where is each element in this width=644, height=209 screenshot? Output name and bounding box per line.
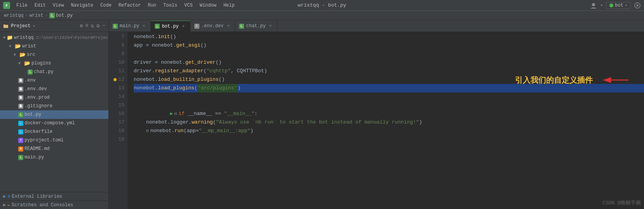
project-header: Project ▾ ⊕ ≡ ⇅ ⚙ −	[0, 20, 108, 32]
code-line-10: driver = nonebot.get_driver()	[134, 58, 644, 67]
tree-chat-py[interactable]: 🐍 chat.py	[0, 68, 108, 76]
wrist-label: wrist	[22, 44, 36, 49]
menu-view[interactable]: View	[50, 2, 67, 9]
tree-env-prod[interactable]: 📄 .env.prod	[0, 93, 108, 102]
menu-refactor[interactable]: Refactor	[115, 2, 144, 9]
tree-bot-py[interactable]: 🐍 bot.py	[0, 110, 108, 119]
tab-env-dev[interactable]: E .env.dev ×	[190, 21, 236, 31]
ln-16: 16	[109, 110, 124, 118]
sync-icon[interactable]: ⊕	[80, 23, 83, 29]
project-tree: ▼ 📁 wristqq C:\Users\16204\PycharmProjec…	[0, 32, 108, 192]
readme-icon: M	[18, 146, 23, 152]
sep2: ›	[45, 13, 48, 18]
menu-code[interactable]: Code	[97, 2, 115, 9]
dockerfile-icon: 🐳	[18, 129, 23, 134]
project-dropdown-arrow[interactable]: ▾	[33, 24, 35, 28]
tree-gitignore[interactable]: 📄 .gitignore	[0, 102, 108, 110]
fold-btn[interactable]: ⊟	[175, 110, 177, 118]
docker-compose-icon: 🐳	[18, 121, 23, 126]
ln-9: 9	[109, 50, 124, 58]
breadcrumb-root[interactable]: wristqq	[4, 13, 23, 18]
env-dev-label: .env.dev	[24, 86, 47, 92]
tree-src[interactable]: ▼ 📂 src	[0, 51, 108, 59]
tab-main-py[interactable]: 🐍 main.py ×	[109, 21, 151, 31]
minimize-icon[interactable]: −	[102, 23, 105, 29]
code-content[interactable]: nonebot.init() app = nonebot.get_asgi() …	[127, 32, 644, 209]
tree-plugins[interactable]: ▼ 📂 plugins	[0, 59, 108, 68]
external-libraries[interactable]: ▶ ≡ External Libraries	[0, 192, 108, 200]
ln-17: 17	[109, 118, 124, 127]
tree-main-py[interactable]: 🐍 main.py	[0, 153, 108, 162]
gear-icon[interactable]: ⚙	[96, 23, 99, 29]
editor-area: 🐍 main.py × 🐍 bot.py × E .env.dev × 🐍 ch…	[109, 20, 644, 209]
menu-navigate[interactable]: Navigate	[68, 2, 96, 9]
gitignore-label: .gitignore	[24, 103, 52, 109]
dropdown-user[interactable]: ▾	[600, 3, 603, 8]
scratches-expand: ▶	[3, 202, 6, 208]
expand-plugins: ▼	[18, 61, 23, 66]
ln-14: 14	[109, 92, 124, 101]
sep1: ›	[25, 13, 28, 18]
scratches-consoles[interactable]: ▶ ✏ Scratches and Consoles	[0, 200, 108, 209]
menu-window[interactable]: Window	[197, 2, 220, 9]
tab-env-close[interactable]: ×	[225, 23, 231, 29]
collapse-icon[interactable]: ≡	[85, 23, 88, 29]
menu-vcs[interactable]: VCS	[181, 2, 196, 9]
tree-pyproject[interactable]: T pyproject.toml	[0, 136, 108, 145]
tab-chat-close[interactable]: ×	[268, 23, 273, 29]
tree-dockerfile[interactable]: 🐳 Dockerfile	[0, 127, 108, 136]
root-folder-icon: 📁	[7, 35, 13, 41]
sort-icon[interactable]: ⇅	[91, 23, 94, 29]
lib-icon: ≡	[7, 194, 10, 199]
menu-tools[interactable]: Tools	[160, 2, 180, 9]
root-label: wristqq	[14, 35, 33, 40]
tab-chat-py[interactable]: 🐍 chat.py ×	[235, 21, 277, 31]
menu-help[interactable]: Help	[220, 2, 238, 9]
menu-run[interactable]: Run	[145, 2, 159, 9]
tab-bot-close[interactable]: ×	[181, 24, 186, 29]
tab-env-icon: E	[194, 24, 199, 29]
tree-wrist[interactable]: ▼ 📂 wrist	[0, 42, 108, 51]
env-dev-icon: 📄	[18, 87, 23, 92]
dockerfile-label: Dockerfile	[24, 129, 52, 134]
file-icon-py: 🐍	[49, 13, 55, 18]
breadcrumb-wrist[interactable]: wrist	[30, 13, 44, 18]
code-editor-container[interactable]: 7 8 9 10 11 12 13 14 15 16 17 18 19	[109, 32, 644, 209]
menu-bar: P File Edit View Navigate Code Refactor …	[0, 0, 644, 11]
tree-env-dev[interactable]: 📄 .env.dev	[0, 85, 108, 93]
scratches-label: Scratches and Consoles	[12, 202, 73, 208]
run-dropdown-arrow[interactable]: ▾	[625, 3, 627, 8]
ln-13: 13	[109, 84, 124, 92]
fold-btn-18[interactable]: ⊟	[146, 127, 149, 135]
tree-docker-compose[interactable]: 🐳 docker-compose.yml	[0, 119, 108, 127]
tab-chat-icon: 🐍	[239, 24, 244, 29]
settings-icon[interactable]	[634, 2, 641, 9]
menu-edit[interactable]: Edit	[31, 2, 49, 9]
main-py-label: main.py	[24, 155, 44, 160]
tab-bot-label: bot.py	[162, 24, 178, 29]
chat-py-label: chat.py	[34, 69, 53, 75]
tab-bot-py[interactable]: 🐍 bot.py ×	[151, 21, 190, 31]
code-line-17: nonebot.logger.warning("Always use `nb r…	[134, 118, 644, 127]
src-folder-icon: 📂	[19, 52, 26, 58]
ln-18: 18	[109, 127, 124, 135]
run-indicator[interactable]: bot ▾	[606, 2, 631, 9]
plugins-folder-icon: 📂	[24, 60, 30, 66]
ln-7: 7	[109, 33, 124, 41]
code-line-12: nonebot.load_builtin_plugins()	[134, 75, 644, 84]
tree-readme[interactable]: M README.md	[0, 145, 108, 153]
tab-main-close[interactable]: ×	[141, 23, 147, 29]
breadcrumb-filename: bot.py	[56, 13, 73, 18]
project-title: Project	[11, 23, 30, 29]
expand-src: ▼	[14, 53, 18, 57]
code-line-14	[134, 92, 644, 101]
tree-root[interactable]: ▼ 📁 wristqq C:\Users\16204\PycharmProjec…	[0, 33, 108, 42]
code-line-7: nonebot.init()	[134, 33, 644, 41]
toml-icon: T	[18, 138, 23, 143]
menu-file[interactable]: File	[13, 2, 31, 9]
tab-main-label: main.py	[120, 23, 139, 29]
code-line-8: app = nonebot.get_asgi()	[134, 41, 644, 50]
tree-env[interactable]: 📄 .env	[0, 76, 108, 85]
svg-point-4	[637, 4, 639, 6]
breadcrumb-file[interactable]: 🐍 bot.py	[49, 13, 73, 18]
